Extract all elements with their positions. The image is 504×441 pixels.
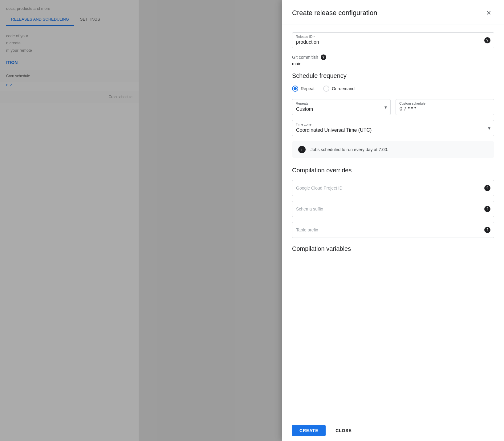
timezone-select[interactable]: Coordinated Universal Time (UTC) America… bbox=[292, 120, 494, 136]
on-demand-radio-input[interactable] bbox=[323, 86, 329, 92]
git-commitish-help-icon[interactable]: ? bbox=[321, 54, 326, 60]
git-commitish-label-row: Git commitish ? bbox=[292, 54, 494, 60]
compilation-variables-section: Compilation variables bbox=[292, 245, 494, 252]
release-id-input[interactable] bbox=[292, 32, 494, 48]
compilation-overrides-section: Compilation overrides ? ? ? bbox=[292, 167, 494, 238]
repeat-radio-label: Repeat bbox=[301, 86, 315, 91]
on-demand-radio-label: On-demand bbox=[332, 86, 355, 91]
git-commitish-group: Git commitish ? main bbox=[292, 54, 494, 66]
close-button[interactable]: CLOSE bbox=[331, 425, 356, 436]
git-commitish-label: Git commitish bbox=[292, 55, 318, 60]
schema-suffix-field: ? bbox=[292, 201, 494, 217]
repeats-select[interactable]: Custom Hourly Daily Weekly Monthly bbox=[292, 99, 391, 115]
timezone-field: Time zone Coordinated Universal Time (UT… bbox=[292, 120, 494, 136]
modal-body: Release ID * ? Git commitish ? main Sche… bbox=[282, 25, 504, 420]
create-release-modal: Create release configuration ✕ Release I… bbox=[282, 0, 504, 441]
table-prefix-field: ? bbox=[292, 222, 494, 238]
info-icon: i bbox=[298, 146, 306, 153]
on-demand-radio-option[interactable]: On-demand bbox=[323, 86, 355, 92]
frequency-radio-group: Repeat On-demand bbox=[292, 86, 494, 92]
modal-title: Create release configuration bbox=[292, 9, 377, 17]
compilation-variables-title: Compilation variables bbox=[292, 245, 494, 252]
release-id-field: Release ID * ? bbox=[292, 32, 494, 48]
close-x-icon: ✕ bbox=[486, 9, 491, 17]
schedule-info-box: i Jobs scheduled to run every day at 7:0… bbox=[292, 141, 494, 158]
custom-schedule-input[interactable] bbox=[396, 99, 494, 115]
modal-header: Create release configuration ✕ bbox=[282, 0, 504, 25]
repeat-radio-input[interactable] bbox=[292, 86, 298, 92]
repeat-radio-option[interactable]: Repeat bbox=[292, 86, 315, 92]
modal-close-x-button[interactable]: ✕ bbox=[483, 7, 494, 18]
custom-schedule-field: Custom schedule bbox=[396, 99, 494, 115]
release-id-help-icon[interactable]: ? bbox=[484, 37, 490, 43]
google-cloud-project-id-input[interactable] bbox=[292, 180, 494, 196]
schema-suffix-help-icon[interactable]: ? bbox=[484, 206, 490, 212]
schedule-row: Repeats Custom Hourly Daily Weekly Month… bbox=[292, 99, 494, 115]
table-prefix-input[interactable] bbox=[292, 222, 494, 238]
google-cloud-project-id-field: ? bbox=[292, 180, 494, 196]
compilation-overrides-title: Compilation overrides bbox=[292, 167, 494, 174]
table-prefix-help-icon[interactable]: ? bbox=[484, 227, 490, 233]
release-id-group: Release ID * ? bbox=[292, 32, 494, 48]
schedule-frequency-title: Schedule frequency bbox=[292, 72, 494, 79]
modal-footer: CREATE CLOSE bbox=[282, 420, 504, 441]
git-commitish-value: main bbox=[292, 61, 494, 66]
google-cloud-project-id-help-icon[interactable]: ? bbox=[484, 185, 490, 191]
info-text: Jobs scheduled to run every day at 7:00. bbox=[311, 147, 388, 152]
create-button[interactable]: CREATE bbox=[292, 425, 326, 436]
schedule-frequency-section: Schedule frequency Repeat On-demand Repe… bbox=[292, 72, 494, 158]
repeats-select-field: Repeats Custom Hourly Daily Weekly Month… bbox=[292, 99, 391, 115]
schema-suffix-input[interactable] bbox=[292, 201, 494, 217]
